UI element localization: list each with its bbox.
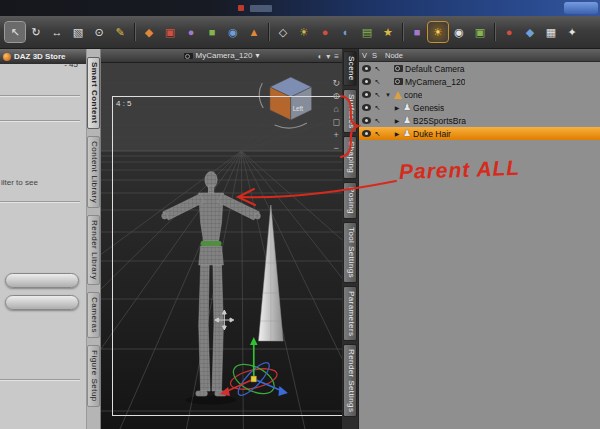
- primitive-create-icon[interactable]: ■: [202, 22, 222, 42]
- capture-tool-icon[interactable]: ▣: [470, 22, 490, 42]
- node-name[interactable]: cone: [404, 90, 422, 100]
- content-action-button[interactable]: [5, 295, 79, 310]
- scene-tree-empty-area[interactable]: [359, 140, 600, 429]
- scene-node-mycamera-120[interactable]: ↖ MyCamera_120: [359, 75, 600, 88]
- node-name[interactable]: B25SportsBra: [413, 116, 466, 126]
- home-view-icon[interactable]: ⌂: [332, 105, 340, 114]
- column-visibility: V: [359, 51, 372, 60]
- selectable-cursor-icon[interactable]: ↖: [373, 117, 382, 125]
- scene-node-cone[interactable]: ↖ ▼ cone: [359, 88, 600, 101]
- grid-tool-icon[interactable]: ■: [407, 22, 427, 42]
- scene-3d-render: Left: [101, 63, 342, 429]
- selectable-cursor-icon[interactable]: ↖: [373, 78, 382, 86]
- powerpose-tool-icon[interactable]: ●: [181, 22, 201, 42]
- toolbar-separator: [494, 23, 495, 41]
- tab-scene[interactable]: Scene: [343, 51, 357, 86]
- expand-arrow-icon[interactable]: ▶: [393, 130, 401, 137]
- light-toggle-icon[interactable]: ☀: [428, 22, 448, 42]
- zoom-in-icon[interactable]: +: [332, 131, 340, 140]
- material-tool-icon[interactable]: ●: [315, 22, 335, 42]
- tab-content-library[interactable]: Content Library: [87, 136, 100, 208]
- record-tool-icon[interactable]: ●: [499, 22, 519, 42]
- spot-render-tool-icon[interactable]: ▣: [160, 22, 180, 42]
- titlebar-badge: [238, 5, 244, 11]
- expand-arrow-icon[interactable]: ▶: [393, 117, 401, 124]
- camera-tool-icon[interactable]: ◉: [449, 22, 469, 42]
- visibility-eye-icon[interactable]: [362, 65, 371, 72]
- tab-shaping[interactable]: Shaping: [343, 136, 357, 178]
- scene-node-b25sportsbra[interactable]: ↖ ▶ ♟ B25SportsBra: [359, 114, 600, 127]
- frame-view-icon[interactable]: ◻: [332, 118, 340, 127]
- list-divider: [0, 120, 80, 121]
- node-name[interactable]: Default Camera: [405, 64, 465, 74]
- pan-control-icon[interactable]: ⊕: [332, 92, 340, 101]
- camera-node-icon: [394, 78, 403, 85]
- tab-figure-setup[interactable]: Figure Setup: [87, 345, 100, 407]
- tab-render-settings[interactable]: Render Settings: [343, 344, 357, 417]
- node-name[interactable]: Genesis: [413, 103, 444, 113]
- viewport-menu-icon[interactable]: ≡: [334, 52, 339, 61]
- hair-node-icon: ♟: [403, 129, 411, 138]
- content-action-button[interactable]: [5, 273, 79, 288]
- selectable-cursor-icon[interactable]: ↖: [373, 104, 382, 112]
- store-icon: [3, 53, 11, 61]
- rotate-tool-icon[interactable]: ↻: [26, 22, 46, 42]
- zoom-out-icon[interactable]: −: [332, 144, 340, 153]
- store-label: DAZ 3D Store: [14, 52, 66, 61]
- settings-tool-icon[interactable]: ✦: [562, 22, 582, 42]
- orbit-control-icon[interactable]: ↻: [332, 79, 340, 88]
- node-editor-tool-icon[interactable]: ✎: [110, 22, 130, 42]
- magnet-tool-icon[interactable]: ◉: [223, 22, 243, 42]
- viewport-header-controls: ◐ ▾ ≡: [317, 49, 339, 63]
- selectable-cursor-icon[interactable]: ↖: [373, 65, 382, 73]
- sphere-view-tool-icon[interactable]: ◐: [336, 22, 356, 42]
- tab-render-library[interactable]: Render Library: [87, 215, 100, 285]
- layers-tool-icon[interactable]: ▤: [357, 22, 377, 42]
- translate-tool-icon[interactable]: ↔: [47, 22, 67, 42]
- visibility-eye-icon[interactable]: [362, 117, 371, 124]
- drawstyle-dropdown-icon[interactable]: ▾: [326, 52, 330, 61]
- figure-create-icon[interactable]: ▲: [244, 22, 264, 42]
- tab-posing[interactable]: Posing: [343, 182, 357, 219]
- scene-tree-header: V S Node: [359, 49, 600, 62]
- wardrobe-tool-icon[interactable]: ◇: [273, 22, 293, 42]
- visibility-eye-icon[interactable]: [362, 130, 371, 137]
- scene-node-genesis[interactable]: ↖ ▶ ♟ Genesis: [359, 101, 600, 114]
- drawstyle-sphere-icon[interactable]: ◐: [317, 52, 322, 61]
- surface-tool-icon[interactable]: ◆: [139, 22, 159, 42]
- scale-tool-icon[interactable]: ▧: [68, 22, 88, 42]
- scene-node-default-camera[interactable]: ↖ Default Camera: [359, 62, 600, 75]
- environment-tool-icon[interactable]: ☀: [294, 22, 314, 42]
- selectable-cursor-icon[interactable]: ↖: [373, 130, 382, 138]
- selectable-cursor-icon[interactable]: ↖: [373, 91, 382, 99]
- camera-selector[interactable]: MyCamera_120: [196, 51, 253, 60]
- node-name[interactable]: Duke Hair: [413, 129, 451, 139]
- tab-cameras[interactable]: Cameras: [87, 292, 100, 338]
- category-count-text: - 45: [64, 60, 78, 69]
- viewport-canvas[interactable]: Left 4 : 5 ↻ ⊕ ⌂ ◻ + −: [101, 63, 342, 429]
- scene-node-duke-hair[interactable]: ↖ ▶ ♟ Duke Hair: [359, 127, 600, 140]
- visibility-eye-icon[interactable]: [362, 91, 371, 98]
- filter-hint-text: ilter to see: [1, 178, 38, 187]
- tab-parameters[interactable]: Parameters: [343, 286, 357, 341]
- toolbar-separator: [268, 23, 269, 41]
- camera-dropdown-icon[interactable]: ▾: [255, 51, 259, 60]
- visibility-eye-icon[interactable]: [362, 78, 371, 85]
- tab-surfaces[interactable]: Surfaces: [343, 89, 357, 134]
- window-button[interactable]: [564, 2, 598, 14]
- expand-arrow-icon[interactable]: ▶: [393, 104, 401, 111]
- toolbar-separator: [402, 23, 403, 41]
- scene-tree-panel: V S Node ↖ Default Camera ↖ MyCamera_120: [358, 49, 600, 429]
- tab-smart-content[interactable]: Smart Content: [87, 57, 100, 129]
- viewport-header: MyCamera_120 ▾ ◐ ▾ ≡: [101, 49, 342, 63]
- favorites-tool-icon[interactable]: ★: [378, 22, 398, 42]
- aux-view-tool-icon[interactable]: ◆: [520, 22, 540, 42]
- pointer-tool-icon[interactable]: ↖: [5, 22, 25, 42]
- universal-tool-icon[interactable]: ⊙: [89, 22, 109, 42]
- visibility-eye-icon[interactable]: [362, 104, 371, 111]
- tab-tool-settings[interactable]: Tool Settings: [343, 222, 357, 283]
- node-name[interactable]: MyCamera_120: [405, 77, 465, 87]
- layout-tool-icon[interactable]: ▦: [541, 22, 561, 42]
- camera-node-icon: [394, 65, 403, 72]
- expand-arrow-icon[interactable]: ▼: [384, 92, 392, 98]
